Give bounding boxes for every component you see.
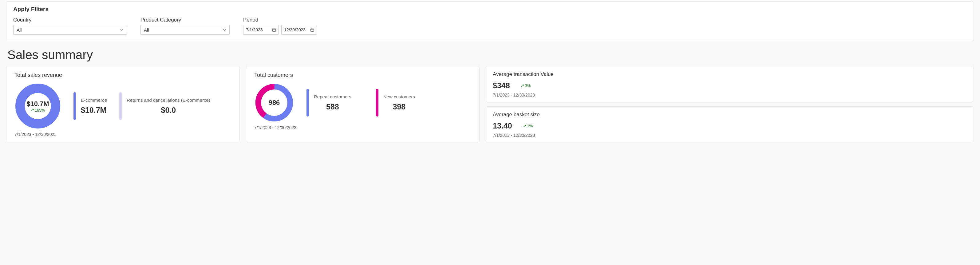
customers-total: 986 <box>269 99 280 107</box>
calendar-icon <box>310 28 314 32</box>
avg-basket-title: Average basket size <box>493 112 967 118</box>
trend-up-icon <box>31 108 34 112</box>
avg-basket-delta: 1% <box>523 124 533 128</box>
avg-basket-tile: Average basket size 13.40 1% 7/1/2023 - … <box>486 106 974 142</box>
country-field: Country All <box>13 17 127 35</box>
chevron-down-icon <box>223 28 226 32</box>
period-field: Period 7/1/2023 12/30/2023 <box>243 17 317 35</box>
bar-indicator-icon <box>376 89 379 116</box>
customers-donut-center: 986 <box>254 83 294 123</box>
customers-new-value: 398 <box>393 102 406 111</box>
revenue-delta: 165% <box>31 108 45 113</box>
side-column: Average transaction Value $348 3% 7/1/20… <box>486 66 974 142</box>
revenue-ecommerce-text: E-commerce $10.7M <box>81 97 107 115</box>
revenue-delta-value: 165% <box>35 108 45 113</box>
customers-body: 986 Repeat customers 588 New customers 3… <box>254 83 471 123</box>
country-value: All <box>17 27 22 33</box>
bar-indicator-icon <box>307 89 309 116</box>
bar-indicator-icon <box>73 92 76 120</box>
customers-tile: Total customers 986 Repeat customers 588 <box>246 66 480 142</box>
revenue-donut-center: $10.7M 165% <box>14 83 61 129</box>
customers-new-text: New customers 398 <box>383 94 415 111</box>
revenue-returns-text: Returns and cancellations (E-commerce) $… <box>127 97 210 115</box>
avg-txn-daterange: 7/1/2023 - 12/30/2023 <box>493 92 967 97</box>
date-range-group: 7/1/2023 12/30/2023 <box>243 25 317 35</box>
customers-daterange: 7/1/2023 - 12/30/2023 <box>254 125 471 130</box>
revenue-returns-block: Returns and cancellations (E-commerce) $… <box>119 92 210 120</box>
customers-donut: 986 <box>254 83 294 123</box>
revenue-ecommerce-block: E-commerce $10.7M <box>73 92 107 120</box>
trend-up-icon <box>521 84 524 87</box>
avg-basket-delta-value: 1% <box>527 124 533 128</box>
avg-basket-daterange: 7/1/2023 - 12/30/2023 <box>493 133 967 138</box>
trend-up-icon <box>523 124 526 128</box>
avg-txn-title: Average transaction Value <box>493 71 967 78</box>
avg-txn-delta: 3% <box>521 83 531 88</box>
revenue-ecommerce-label: E-commerce <box>81 97 107 103</box>
customers-new-block: New customers 398 <box>376 89 415 116</box>
revenue-daterange: 7/1/2023 - 12/30/2023 <box>14 132 231 137</box>
revenue-ecommerce-value: $10.7M <box>81 106 107 115</box>
bar-indicator-icon <box>119 92 122 120</box>
customers-new-label: New customers <box>383 94 415 99</box>
svg-rect-4 <box>310 29 313 31</box>
tiles-row: Total sales revenue $10.7M 165% E-commer… <box>6 66 974 142</box>
country-select[interactable]: All <box>13 25 127 35</box>
avg-txn-row: $348 3% <box>493 81 967 90</box>
country-label: Country <box>13 17 127 23</box>
customers-repeat-value: 588 <box>326 102 339 111</box>
filters-row: Country All Product Category All Period <box>13 17 967 35</box>
filters-panel: Apply Filters Country All Product Catego… <box>6 1 974 41</box>
period-label: Period <box>243 17 317 23</box>
svg-rect-0 <box>272 29 275 31</box>
customers-repeat-label: Repeat customers <box>314 94 352 99</box>
revenue-returns-label: Returns and cancellations (E-commerce) <box>127 97 210 103</box>
avg-txn-tile: Average transaction Value $348 3% 7/1/20… <box>486 66 974 102</box>
revenue-total: $10.7M <box>26 100 49 108</box>
customers-repeat-text: Repeat customers 588 <box>314 94 352 111</box>
revenue-donut: $10.7M 165% <box>14 83 61 129</box>
category-value: All <box>144 27 149 33</box>
category-select[interactable]: All <box>140 25 230 35</box>
avg-txn-value: $348 <box>493 81 510 90</box>
filters-title: Apply Filters <box>13 6 967 13</box>
customers-title: Total customers <box>254 72 471 78</box>
avg-basket-row: 13.40 1% <box>493 121 967 130</box>
revenue-tile: Total sales revenue $10.7M 165% E-commer… <box>6 66 240 142</box>
revenue-body: $10.7M 165% E-commerce $10.7M Returns an… <box>14 83 231 129</box>
avg-basket-value: 13.40 <box>493 121 512 130</box>
avg-txn-delta-value: 3% <box>525 83 531 88</box>
period-end-value: 12/30/2023 <box>284 27 305 32</box>
section-title: Sales summary <box>7 48 974 62</box>
period-start-input[interactable]: 7/1/2023 <box>243 25 279 35</box>
revenue-title: Total sales revenue <box>14 72 231 78</box>
revenue-returns-value: $0.0 <box>161 106 176 115</box>
customers-repeat-block: Repeat customers 588 <box>307 89 352 116</box>
category-field: Product Category All <box>140 17 230 35</box>
category-label: Product Category <box>140 17 230 23</box>
period-start-value: 7/1/2023 <box>246 27 263 32</box>
period-end-input[interactable]: 12/30/2023 <box>281 25 317 35</box>
chevron-down-icon <box>120 28 124 32</box>
calendar-icon <box>272 28 276 32</box>
